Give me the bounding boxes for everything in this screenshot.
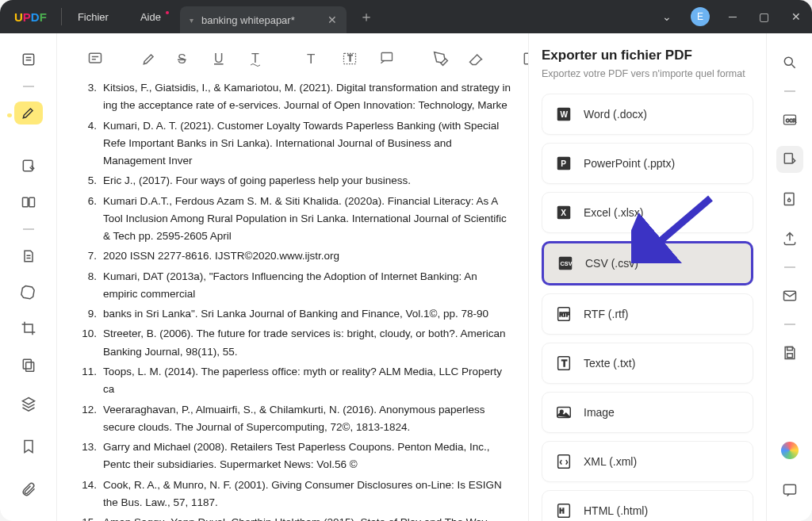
page-tool[interactable] [14, 190, 43, 214]
svg-point-37 [787, 199, 790, 201]
html-icon: H [555, 502, 573, 519]
reference-item: 5.Eric J., (2017). Four ways of going pa… [81, 172, 512, 190]
svg-text:CSV: CSV [561, 260, 573, 267]
export-option-label: Excel (.xlsx) [584, 206, 643, 219]
batch-tool[interactable] [14, 353, 43, 377]
ocr-icon[interactable]: OCR [776, 106, 803, 133]
svg-rect-41 [783, 485, 795, 494]
export-option-label: Texte (.txt) [584, 357, 635, 370]
svg-rect-2 [22, 197, 28, 207]
excel-icon: X [555, 204, 573, 221]
export-option-image[interactable]: Image [542, 392, 753, 433]
window-minimize-button[interactable]: ─ [718, 10, 748, 23]
window-close-button[interactable]: ✕ [780, 10, 812, 23]
right-sidebar: OCR [766, 33, 812, 521]
reference-item: 6.Kumari D.A.T., Ferdous Azam S. M. & Si… [81, 193, 512, 246]
svg-text:H: H [560, 508, 565, 515]
reference-item: 7.2020 ISSN 2277-8616. IJSTR©2020.www.ij… [81, 247, 512, 265]
attachment-tool[interactable] [14, 475, 43, 504]
csv-icon: CSV [557, 255, 574, 272]
reference-item: 4.Kumari, D. A. T. (2021). Customer Loya… [81, 117, 512, 170]
export-option-excel[interactable]: XExcel (.xlsx) [542, 192, 753, 233]
tab-title: banking whitepapar* [201, 14, 295, 26]
reference-item: 13.Garry and Michael (2008). Retailers T… [81, 439, 512, 474]
svg-rect-3 [29, 197, 34, 207]
share-icon[interactable] [776, 225, 803, 252]
export-panel-title: Exporter un fichier PDF [542, 48, 753, 63]
txt-icon: T [555, 354, 573, 372]
highlight-tool[interactable] [14, 102, 43, 125]
svg-rect-5 [25, 362, 33, 372]
user-avatar[interactable]: E [691, 7, 710, 26]
export-option-rtf[interactable]: RTFRTF (.rtf) [542, 293, 753, 335]
export-option-csv[interactable]: CSVCSV (.csv) [542, 241, 753, 285]
titlebar: UPDF Fichier Aide ▾ banking whitepapar* … [0, 0, 812, 33]
svg-text:RTF: RTF [560, 312, 569, 317]
svg-rect-35 [784, 154, 792, 164]
chat-icon[interactable] [776, 477, 803, 504]
save-icon[interactable] [776, 339, 803, 366]
svg-rect-40 [787, 354, 792, 358]
svg-text:T: T [561, 358, 567, 368]
export-panel-subtitle: Exportez votre PDF vers n'importe quel f… [542, 68, 753, 79]
layers-tool[interactable] [14, 389, 43, 418]
ai-assistant-icon[interactable] [776, 437, 803, 464]
reader-tool[interactable] [14, 48, 43, 71]
export-option-word[interactable]: WWord (.docx) [542, 94, 753, 135]
protect-icon[interactable] [776, 186, 803, 213]
reference-item: 14.Cook, R. A., & Munro, N. F. (2001). G… [81, 477, 512, 512]
help-notification-dot [166, 11, 169, 14]
tab-close-icon[interactable]: ✕ [316, 13, 337, 26]
svg-rect-1 [23, 161, 33, 171]
reference-item: 12.Veeraraghavan, P., Almuairfi, S., & C… [81, 401, 512, 437]
export-option-label: XML (.xml) [584, 455, 637, 468]
svg-rect-4 [23, 359, 31, 369]
export-option-txt[interactable]: TTexte (.txt) [542, 343, 753, 384]
left-sidebar [0, 33, 57, 521]
export-option-label: Image [584, 406, 615, 419]
export-option-label: Word (.docx) [584, 108, 647, 121]
form-tool[interactable] [14, 244, 43, 268]
svg-rect-0 [23, 54, 33, 64]
xml-icon [555, 453, 573, 470]
menu-help[interactable]: Aide [124, 11, 177, 23]
search-icon[interactable] [776, 49, 803, 76]
svg-text:OCR: OCR [786, 118, 796, 123]
bookmark-tool[interactable] [14, 432, 43, 461]
image-icon [555, 404, 573, 421]
export-option-label: CSV (.csv) [585, 257, 638, 270]
unsaved-indicator-icon: ▾ [190, 16, 193, 25]
export-option-html[interactable]: HHTML (.html) [542, 490, 753, 521]
reference-item: 8.Kumari, DAT (2013a), "Factors Influenc… [81, 268, 512, 304]
svg-point-32 [784, 57, 792, 65]
app-logo: UPDF [0, 10, 61, 24]
redact-tool[interactable] [14, 281, 43, 305]
reference-item: 3.Kitsios, F., Giatsidis, I., & Kamariot… [81, 79, 512, 115]
tab-dropdown-icon[interactable]: ⌄ [651, 10, 683, 23]
reference-item: 11.Toops, L. M. (2014). The paperless of… [81, 363, 512, 399]
word-icon: W [555, 105, 573, 123]
email-icon[interactable] [776, 282, 803, 309]
svg-rect-39 [787, 347, 792, 351]
convert-icon[interactable] [776, 146, 803, 173]
crop-tool[interactable] [14, 316, 43, 340]
new-tab-button[interactable]: ＋ [347, 7, 386, 26]
rtf-icon: RTF [555, 305, 573, 323]
window-maximize-button[interactable]: ▢ [748, 10, 780, 23]
document-tab[interactable]: ▾ banking whitepapar* ✕ [180, 6, 347, 33]
reference-item: 9.banks in Sri Lanka". Sri Lanka Journal… [81, 305, 512, 323]
svg-text:P: P [561, 159, 566, 168]
export-option-xml[interactable]: XML (.xml) [542, 441, 753, 482]
export-option-label: PowerPoint (.pptx) [584, 157, 675, 170]
svg-rect-29 [558, 455, 570, 469]
export-option-powerpoint[interactable]: PPowerPoint (.pptx) [542, 143, 753, 184]
reference-item: 15.Aman Saggu, Yann Duval, Chorthip Utok… [81, 514, 512, 521]
svg-text:X: X [561, 209, 566, 217]
export-option-label: HTML (.html) [584, 504, 648, 517]
export-option-label: RTF (.rtf) [584, 308, 629, 320]
powerpoint-icon: P [555, 155, 573, 172]
edit-tool[interactable] [14, 154, 43, 178]
menu-file[interactable]: Fichier [62, 11, 124, 23]
document-view: 3.Kitsios, F., Giatsidis, I., & Kamariot… [57, 33, 528, 521]
reference-item: 10.Streeter, B. (2006). The future for t… [81, 325, 512, 361]
